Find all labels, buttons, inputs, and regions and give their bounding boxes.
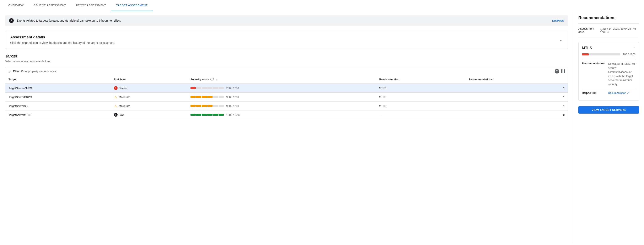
tab-target[interactable]: TARGET ASSESSMENT [111, 0, 153, 11]
info-icon: i [9, 18, 14, 23]
col-header-target: Target [5, 75, 110, 84]
sort-icon[interactable]: ↑ [216, 78, 217, 81]
score-segment [190, 96, 196, 98]
mtls-collapse-icon[interactable]: ⌃ [632, 46, 636, 50]
risk-badge: !Severe [114, 86, 184, 90]
mtls-header: MTLS ⌃ [582, 46, 636, 50]
score-segment [218, 96, 224, 98]
score-segment [207, 114, 212, 116]
dismiss-button[interactable]: DISMISS [552, 19, 564, 22]
cell-security-score: 900 / 1200 [187, 93, 376, 102]
data-table: Target Risk level Security score i ↑ Nee… [5, 75, 568, 119]
filter-input[interactable] [21, 70, 552, 73]
chevron-down-icon[interactable]: ⌄ [560, 37, 563, 42]
risk-badge: iLow [114, 113, 184, 117]
score-segment [202, 87, 207, 89]
cell-security-score: 200 / 1200 [187, 84, 376, 93]
cell-target-name: TargetServer-NoSSL [5, 84, 110, 93]
info-banner: i Events related to targets (create, upd… [5, 15, 568, 26]
risk-badge: ⚠Moderate [114, 95, 184, 99]
mtls-bar [582, 53, 620, 55]
assessment-details-title: Assessment details [10, 35, 115, 39]
recommendations-title: Recommendations [578, 15, 639, 24]
score-segment [196, 114, 201, 116]
help-icon[interactable]: ? [555, 69, 559, 73]
score-segment [213, 87, 218, 89]
score-segment [207, 96, 212, 98]
mtls-section: MTLS ⌃ 200 / 1200 Recommendation Configu… [578, 42, 639, 100]
severe-icon: ! [114, 86, 118, 90]
low-icon: i [114, 113, 118, 117]
assessment-date-info-icon[interactable]: i [600, 29, 603, 32]
assessment-date-row: Assessment date i Nov 14, 2023, 10:04:25… [578, 27, 639, 37]
cell-security-score: 900 / 1200 [187, 102, 376, 110]
score-segment [218, 105, 224, 107]
cell-target-name: TargetServerSSL [5, 102, 110, 110]
col-header-needs: Needs attention [376, 75, 465, 84]
score-bar-container: 1200 / 1200 [190, 113, 372, 116]
score-segment [196, 105, 201, 107]
score-bar [190, 105, 224, 107]
moderate-icon: ⚠ [114, 104, 118, 108]
moderate-icon: ⚠ [114, 95, 118, 99]
assessment-details-section: Assessment details Click the expand icon… [5, 31, 568, 49]
col-header-risk: Risk level [110, 75, 187, 84]
filter-label: Filter [13, 70, 19, 73]
score-segment [190, 105, 196, 107]
cell-recommendations: 0 [465, 110, 568, 119]
cell-target-name: TargetServerMTLS [5, 110, 110, 119]
main-layout: i Events related to targets (create, upd… [0, 11, 644, 244]
recommendation-value: Configure TLS/SSL for secure communicati… [608, 62, 636, 86]
filter-icon-area: Filter [8, 70, 19, 73]
view-target-servers-button[interactable]: VIEW TARGET SERVERS [578, 106, 639, 114]
score-segment [218, 87, 224, 89]
assessment-date-value: Nov 14, 2023, 10:04:25 PM UTC [603, 27, 639, 33]
documentation-link[interactable]: Documentation [608, 91, 629, 94]
helpful-link-row: Helpful link Documentation [582, 89, 636, 97]
tab-source[interactable]: SOURCE ASSESSMENT [29, 0, 71, 11]
score-bar-container: 900 / 1200 [190, 104, 372, 108]
right-sidebar: Recommendations Assessment date i Nov 14… [573, 11, 644, 244]
col-header-recs: Recommendations [465, 75, 568, 84]
banner-text: Events related to targets (create, updat… [16, 19, 549, 22]
table-row[interactable]: TargetServerGRPC⚠Moderate900 / 1200MTLS1 [5, 93, 568, 102]
score-segment [218, 114, 224, 116]
score-info-icon[interactable]: i [210, 78, 214, 81]
score-bar-container: 900 / 1200 [190, 95, 372, 99]
assessment-details-header[interactable]: Assessment details Click the expand icon… [10, 35, 563, 44]
cell-risk-level: !Severe [110, 84, 187, 93]
assessment-date-label: Assessment date i [578, 27, 603, 34]
table-row[interactable]: TargetServerSSL⚠Moderate900 / 1200MTLS1 [5, 102, 568, 110]
col-header-score: Security score i ↑ [187, 75, 376, 84]
tab-overview[interactable]: OVERVIEW [3, 0, 29, 11]
left-content: i Events related to targets (create, upd… [0, 11, 573, 244]
filter-icon [8, 70, 12, 72]
columns-icon[interactable] [561, 69, 565, 73]
target-title: Target [5, 54, 568, 58]
cell-recommendations: 1 [465, 102, 568, 110]
score-text: 1200 / 1200 [226, 113, 240, 116]
score-segment [190, 87, 196, 89]
score-segment [196, 87, 201, 89]
tab-proxy[interactable]: PROXY ASSESSMENT [71, 0, 111, 11]
mtls-score-bar: 200 / 1200 [582, 53, 636, 56]
risk-label: Moderate [119, 104, 130, 108]
score-bar-container: 200 / 1200 [190, 87, 372, 90]
nav-tabs: OVERVIEWSOURCE ASSESSMENTPROXY ASSESSMEN… [0, 0, 644, 11]
cell-recommendations: 1 [465, 93, 568, 102]
score-text: 900 / 1200 [226, 95, 239, 99]
risk-label: Low [119, 113, 124, 116]
assessment-details-subtitle: Click the expand icon to view the detail… [10, 41, 115, 44]
cell-security-score: 1200 / 1200 [187, 110, 376, 119]
risk-label: Severe [119, 87, 127, 90]
table-row[interactable]: TargetServer-NoSSL!Severe200 / 1200MTLS1 [5, 84, 568, 93]
recommendation-row: Recommendation Configure TLS/SSL for sec… [582, 59, 636, 89]
risk-label: Moderate [119, 95, 130, 99]
assessment-details-content: Assessment details Click the expand icon… [10, 35, 115, 44]
score-segment [213, 105, 218, 107]
score-segment [202, 105, 207, 107]
score-segment [207, 105, 212, 107]
table-row[interactable]: TargetServerMTLSiLow1200 / 1200—0 [5, 110, 568, 119]
score-bar [190, 114, 224, 116]
score-segment [196, 96, 201, 98]
